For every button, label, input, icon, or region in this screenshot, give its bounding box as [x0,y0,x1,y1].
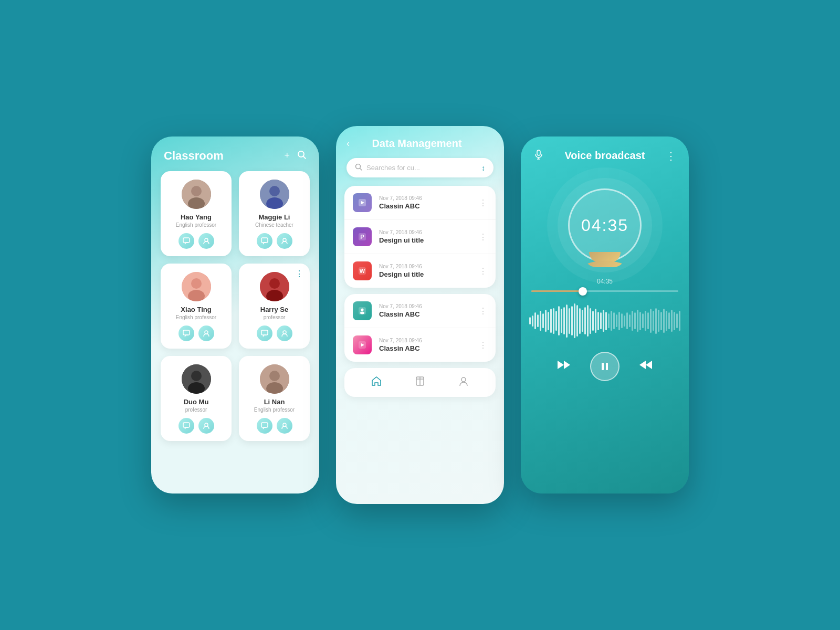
profile-btn-duo[interactable] [198,418,214,434]
file-menu-2[interactable]: ⋮ [479,232,487,242]
progress-bar-section [531,290,678,292]
wave-bar [647,312,649,329]
wave-bar [632,311,633,331]
files-group-2: Nov 7, 2018 09:46 Classin ABC ⋮ Nov 7, 2… [344,294,496,362]
person-name-duo: Duo Mu [184,398,209,406]
file-icon-blue [353,193,372,212]
person-name-harry: Harry Se [260,306,288,313]
data-management-header: ‹ Data Management [336,126,504,158]
chat-btn-hao[interactable] [178,233,194,249]
file-item-classin-abc-2[interactable]: Nov 7, 2018 09:46 Classin ABC ⋮ [344,294,496,328]
timer-area: 04:35 [521,173,689,278]
file-name-4: Classin ABC [379,310,471,318]
svg-line-33 [360,169,362,171]
wave-bar [584,307,586,335]
person-card-harry-se[interactable]: Harry Se professor [239,264,310,349]
rewind-button[interactable] [556,358,571,375]
wave-bar [629,314,631,328]
wave-bar [618,312,620,330]
wave-bar [587,305,589,337]
person-name-hao: Hao Yang [181,213,212,221]
progress-track[interactable] [531,290,678,292]
file-item-design-ui-2[interactable]: W Nov 7, 2018 09:46 Design ui title ⋮ [344,254,496,288]
svg-marker-56 [646,361,652,369]
search-icon[interactable] [297,150,307,162]
file-menu-1[interactable]: ⋮ [479,198,487,208]
svg-point-21 [283,331,286,334]
wave-bar [668,312,670,329]
voice-broadcast-screen: Voice broadcast ⋮ 04:35 04:35 [521,136,689,494]
person-card-duo-mu[interactable]: Duo Mu professor [161,356,232,441]
avatar-hao-yang [182,180,211,209]
wave-bar [579,308,581,334]
profile-btn-xiao[interactable] [198,326,214,341]
wave-bar [566,304,568,338]
wave-bar [563,307,565,335]
file-menu-3[interactable]: ⋮ [479,266,487,276]
wave-bar [550,309,552,333]
classroom-header: Classroom + [151,136,319,171]
search-bar[interactable]: Searches for cu... ↕ [346,158,494,177]
nav-home[interactable] [371,375,382,390]
chat-btn-maggie[interactable] [257,233,272,249]
pause-button[interactable] [590,352,620,381]
nav-person[interactable] [458,375,469,390]
screens-container: Classroom + [151,126,689,504]
data-management-screen: ‹ Data Management Searches for cu... ↕ [336,126,504,504]
file-date-4: Nov 7, 2018 09:46 [379,303,471,309]
profile-btn-maggie[interactable] [277,233,292,249]
svg-rect-55 [606,363,608,370]
progress-thumb[interactable] [579,287,587,296]
files-group-1: Nov 7, 2018 09:46 Classin ABC ⋮ P Nov 7,… [344,186,496,288]
card-actions-xiao [178,326,214,341]
wave-bar [666,311,667,331]
avatar-duo-mu [182,364,211,394]
voice-more-icon[interactable]: ⋮ [666,150,676,162]
wave-bar [576,305,578,337]
person-card-li-nan[interactable]: Li Nan English professor [239,356,310,441]
back-button[interactable]: ‹ [346,138,350,149]
file-menu-5[interactable]: ⋮ [479,340,487,350]
file-menu-4[interactable]: ⋮ [479,306,487,316]
file-date-1: Nov 7, 2018 09:46 [379,195,471,201]
person-card-hao-yang[interactable]: Hao Yang English professor [161,171,232,256]
file-item-classin-abc-1[interactable]: Nov 7, 2018 09:46 Classin ABC ⋮ [344,186,496,220]
wave-bar [553,308,554,334]
file-info-2: Nov 7, 2018 09:46 Design ui title [379,229,471,244]
file-item-classin-abc-3[interactable]: Nov 7, 2018 09:46 Classin ABC ⋮ [344,328,496,362]
profile-btn-harry[interactable] [277,326,292,341]
svg-rect-5 [183,238,190,243]
profile-btn-hao[interactable] [198,233,214,249]
file-item-design-ui-1[interactable]: P Nov 7, 2018 09:46 Design ui title ⋮ [344,220,496,254]
search-input[interactable]: Searches for cu... [366,164,477,172]
wave-bar [603,310,604,332]
add-icon[interactable]: + [284,150,290,162]
chat-btn-linan[interactable] [257,418,272,434]
svg-text:W: W [360,268,365,274]
timer-display: 04:35 [581,216,628,235]
svg-rect-20 [261,330,268,335]
person-name-xiao: Xiao Ting [181,306,211,313]
chat-btn-xiao[interactable] [178,326,194,341]
chat-btn-harry[interactable] [257,326,272,341]
forward-button[interactable] [638,358,653,375]
wave-bar [653,311,654,331]
file-info-1: Nov 7, 2018 09:46 Classin ABC [379,195,471,210]
person-card-xiao-ting[interactable]: Xiao Ting English professor [161,264,232,349]
wave-bar [611,311,612,331]
profile-btn-linan[interactable] [277,418,292,434]
wave-bar [542,313,544,328]
chat-btn-duo[interactable] [178,418,194,434]
svg-point-48 [461,377,466,382]
filter-icon[interactable]: ↕ [481,164,485,172]
wave-bar [624,316,625,327]
person-role-hao: English professor [176,222,216,228]
avatar-harry-se [260,272,289,301]
person-card-maggie-li[interactable]: Maggie Li Chinese teacher [239,171,310,256]
svg-point-23 [191,371,202,381]
file-name-2: Design ui title [379,236,471,244]
nav-book[interactable] [414,375,426,390]
svg-point-28 [269,371,280,381]
wave-bar [658,310,659,332]
file-name-1: Classin ABC [379,202,471,210]
